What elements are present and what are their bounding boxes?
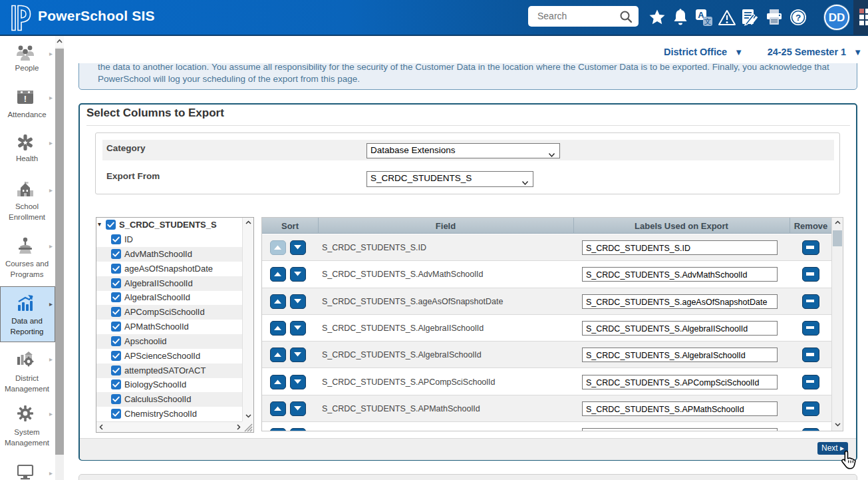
svg-text:文: 文	[704, 17, 711, 25]
svg-text:!: !	[24, 94, 27, 104]
svg-text:?: ?	[796, 13, 801, 23]
